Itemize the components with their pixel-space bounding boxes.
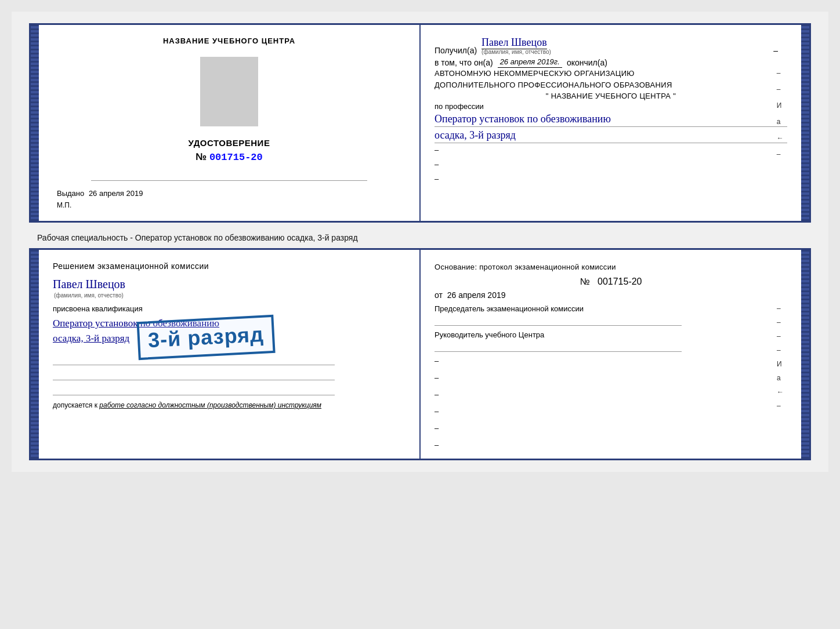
r-symbol: ← <box>777 388 784 396</box>
assigned-label: присвоена квалификация <box>53 304 405 313</box>
speciality-value: осадка, 3-й разряд <box>435 129 787 143</box>
top-dash5: – <box>435 160 787 169</box>
b-dash3: – <box>435 390 787 399</box>
chairman-label: Председатель экзаменационной комиссии <box>435 304 787 313</box>
r-dash4: – <box>777 346 784 354</box>
decision-title: Решением экзаменационной комиссии <box>53 261 405 271</box>
cert-title: УДОСТОВЕРЕНИЕ <box>189 138 270 148</box>
org-line1: АВТОНОМНУЮ НЕКОММЕРЧЕСКУЮ ОРГАНИЗАЦИЮ <box>435 68 787 79</box>
profession-block: по профессии Оператор установок по обезв… <box>435 102 787 143</box>
b-dash5: – <box>435 424 787 432</box>
cert-number-prefix: № <box>195 151 207 162</box>
protocol-number: № 001715-20 <box>435 277 787 287</box>
org-line2: ДОПОЛНИТЕЛЬНОГО ПРОФЕССИОНАЛЬНОГО ОБРАЗО… <box>435 79 787 91</box>
issued-date: 26 апреля 2019 <box>89 189 143 198</box>
top-cert-left: НАЗВАНИЕ УЧЕБНОГО ЦЕНТРА УДОСТОВЕРЕНИЕ №… <box>31 25 421 221</box>
allowed-italic: работе согласно должностным (производств… <box>99 401 321 409</box>
side-dash2: – <box>777 84 784 94</box>
b-dash2: – <box>435 373 787 382</box>
r-dash5: – <box>777 402 784 410</box>
side-dash1: – <box>777 68 784 78</box>
received-name: Павел Швецов <box>481 37 547 49</box>
received-prefix: Получил(а) <box>435 46 477 55</box>
bottom-cert-left: Решением экзаменационной комиссии Павел … <box>31 250 421 459</box>
bottom-certificate: Решением экзаменационной комиссии Павел … <box>29 248 811 460</box>
date-prefix: в том, что он(а) <box>435 58 493 67</box>
date-value-bottom: 26 апреля 2019 <box>447 290 506 300</box>
signature-lines-bottom <box>53 354 405 395</box>
r-dash2: – <box>777 318 784 326</box>
r-letter-a: а <box>777 374 784 382</box>
b-dash4: – <box>435 407 787 416</box>
cert-number-value: 001715-20 <box>209 152 263 163</box>
date-value: 26 апреля 2019г. <box>498 57 562 68</box>
top-dash6: – <box>435 174 787 183</box>
date-prefix-bottom: от <box>435 290 443 300</box>
org-block: АВТОНОМНУЮ НЕКОММЕРЧЕСКУЮ ОРГАНИЗАЦИЮ ДО… <box>435 68 787 102</box>
bottom-cert-right: Основание: протокол экзаменационной коми… <box>421 250 809 459</box>
profession-label: по профессии <box>435 102 787 111</box>
sig-line-right-1 <box>435 314 682 326</box>
cert-number: № 001715-20 <box>195 151 263 163</box>
fio-small-bottom: (фамилия, имя, отчество) <box>54 292 405 299</box>
stamp-overlay: 3-й разряд <box>136 315 275 360</box>
org-name-top: НАЗВАНИЕ УЧЕБНОГО ЦЕНТРА <box>163 37 295 45</box>
stamp-text: 3-й разряд <box>147 322 265 352</box>
top-certificate: НАЗВАНИЕ УЧЕБНОГО ЦЕНТРА УДОСТОВЕРЕНИЕ №… <box>29 23 811 223</box>
allowed-prefix: допускается к <box>53 401 97 409</box>
sig-line-2 <box>53 369 335 380</box>
photo-placeholder <box>200 57 258 126</box>
side-letter-a: а <box>777 117 784 127</box>
dash1: – <box>773 46 778 55</box>
protocol-value: 001715-20 <box>598 277 642 286</box>
top-dash4: – <box>435 146 787 154</box>
r-dash1: – <box>777 304 784 312</box>
r-letter-i: И <box>777 360 784 368</box>
fio-label-top: (фамилия, имя, отчество) <box>481 49 551 55</box>
side-letter-i: И <box>777 100 784 111</box>
head-label: Руководитель учебного Центра <box>435 330 787 339</box>
b-dash6: – <box>435 441 787 449</box>
sig-line-3 <box>53 384 335 395</box>
date-suffix: окончил(а) <box>567 58 607 67</box>
person-name-bottom: Павел Швецов <box>53 278 405 291</box>
between-label: Рабочая специальность - Оператор установ… <box>37 233 811 242</box>
protocol-prefix: № <box>580 277 589 286</box>
allowed-text: допускается к работе согласно должностны… <box>53 401 405 409</box>
side-dash3: – <box>777 149 784 159</box>
sig-line-right-2 <box>435 340 682 352</box>
top-cert-right: Получил(а) Павел Швецов (фамилия, имя, о… <box>421 25 809 221</box>
bottom-right-inner: Основание: протокол экзаменационной коми… <box>435 261 787 449</box>
date-line: в том, что он(а) 26 апреля 2019г. окончи… <box>435 57 787 68</box>
b-dash1: – <box>435 357 787 365</box>
basis-label: Основание: протокол экзаменационной коми… <box>435 261 787 273</box>
side-symbol: ← <box>777 133 784 143</box>
document-container: НАЗВАНИЕ УЧЕБНОГО ЦЕНТРА УДОСТОВЕРЕНИЕ №… <box>12 12 828 472</box>
issued-line: Выдано 26 апреля 2019 <box>57 189 401 198</box>
org-line3: " НАЗВАНИЕ УЧЕБНОГО ЦЕНТРА " <box>435 90 787 102</box>
protocol-date: от 26 апреля 2019 <box>435 290 787 300</box>
r-dash3: – <box>777 332 784 340</box>
profession-value: Оператор установок по обезвоживанию <box>435 113 787 127</box>
mp-label: М.П. <box>57 201 401 209</box>
issued-label: Выдано <box>57 189 84 198</box>
